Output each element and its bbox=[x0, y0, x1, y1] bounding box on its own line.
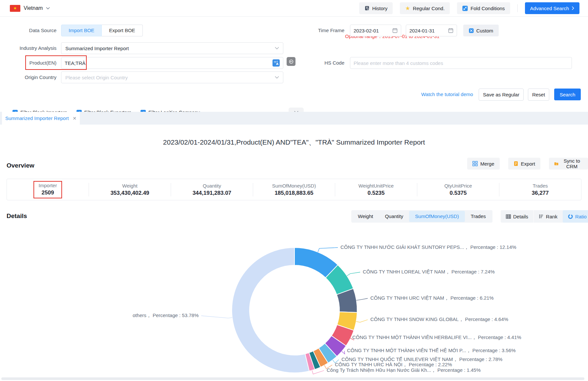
industry-analysis-label: Industry Analysis bbox=[4, 42, 56, 54]
top-bar: ★ Vietnam History ★ Regular Cond. Fold C… bbox=[0, 0, 588, 17]
result-tab-strip: Summarized Importer Report ✕ bbox=[0, 112, 588, 125]
start-date-input[interactable] bbox=[350, 25, 401, 36]
export-icon bbox=[513, 161, 518, 166]
export-button[interactable]: Export bbox=[508, 158, 540, 170]
chevron-down-icon bbox=[275, 76, 279, 79]
origin-country-placeholder: Please select Origin Country bbox=[65, 75, 128, 80]
product-en-value[interactable] bbox=[65, 60, 272, 66]
search-button[interactable]: Search bbox=[554, 89, 581, 100]
vietnam-flag-icon: ★ bbox=[10, 5, 20, 12]
chevron-down-icon bbox=[46, 7, 50, 10]
regular-cond-label: Regular Cond. bbox=[413, 6, 445, 11]
chart-label: CÔNG TY TNHH URC VIỆT NAM， Percentage : … bbox=[370, 295, 494, 301]
star-icon: ★ bbox=[405, 6, 410, 11]
hs-code-label: HS Code bbox=[292, 57, 344, 69]
fold-icon bbox=[462, 6, 468, 11]
merge-button[interactable]: Merge bbox=[467, 158, 500, 170]
hs-code-input[interactable] bbox=[350, 57, 572, 69]
ratio-donut-chart: CÔNG TY TNHH NƯỚC GIẢI KHÁT SUNTORY PEPS… bbox=[0, 216, 588, 381]
data-source-label: Data Source bbox=[4, 25, 56, 36]
stat-value: 0.5235 bbox=[335, 190, 417, 196]
fold-conditions-button[interactable]: Fold Conditions bbox=[457, 2, 510, 14]
search-form: Optional range：2013-07-01 to 2024-01-31 … bbox=[0, 17, 588, 112]
translate-icon[interactable]: 中A bbox=[272, 59, 280, 67]
label-connector-line bbox=[357, 298, 368, 300]
time-frame-label: Time Frame bbox=[292, 25, 344, 36]
chart-label: others， Percentage : 53.78% bbox=[133, 312, 199, 319]
save-as-regular-button[interactable]: Save as Regular bbox=[479, 89, 524, 101]
data-source-segmented: Import BOE Export BOE bbox=[61, 25, 143, 36]
header-divider bbox=[517, 4, 518, 12]
label-connector-line bbox=[347, 272, 360, 276]
import-boe-tab[interactable]: Import BOE bbox=[61, 25, 102, 36]
hs-code-value[interactable] bbox=[354, 60, 568, 66]
overview-stats-card: Importer 2509 Weight 353,430,402.49 Quan… bbox=[7, 179, 581, 200]
stat-label: Trades bbox=[499, 183, 581, 189]
end-date-value[interactable] bbox=[409, 28, 446, 33]
stat-label: Quantity bbox=[171, 183, 253, 189]
chart-label: CÔNG TY TNHH LOREAL VIỆT NAM， Percentage… bbox=[363, 269, 495, 275]
stat-weight-unit-price: WeightUnitPrice 0.5235 bbox=[335, 183, 417, 196]
start-date-value[interactable] bbox=[354, 28, 390, 33]
stat-value: 185,018,883.65 bbox=[253, 190, 335, 196]
regular-cond-button[interactable]: ★ Regular Cond. bbox=[400, 2, 450, 14]
history-label: History bbox=[372, 6, 388, 11]
tutorial-link[interactable]: Watch the tutorial demo bbox=[421, 89, 473, 100]
chevron-right-icon bbox=[572, 6, 574, 10]
stat-value: 0.5375 bbox=[417, 190, 499, 196]
stat-value: 353,430,402.49 bbox=[89, 190, 171, 196]
donut-slice[interactable] bbox=[232, 248, 309, 373]
industry-analysis-select[interactable]: Summarized Importer Report bbox=[61, 42, 283, 54]
label-connector-line bbox=[356, 320, 368, 322]
sync-to-crm-label: Sync to CRM bbox=[561, 158, 583, 169]
label-connector-line bbox=[318, 248, 338, 252]
country-selector[interactable]: ★ Vietnam bbox=[10, 5, 50, 12]
tab-title: Summarized Importer Report bbox=[5, 115, 69, 121]
tab-close-icon[interactable]: ✕ bbox=[73, 116, 76, 121]
stat-value: 2509 bbox=[39, 190, 57, 196]
stat-label: SumOfMoney(USD) bbox=[253, 183, 335, 189]
chart-label: CÔNG TY TNHH SNOW KING GLOBAL， Percentag… bbox=[370, 316, 508, 323]
product-en-input[interactable]: 中A bbox=[61, 57, 283, 69]
product-en-label: Product(EN) bbox=[4, 57, 56, 69]
stat-trades: Trades 36,277 bbox=[499, 183, 581, 196]
advanced-search-button[interactable]: Advanced Search bbox=[525, 2, 579, 14]
stat-weight: Weight 353,430,402.49 bbox=[89, 183, 171, 196]
calendar-icon bbox=[448, 28, 453, 33]
tab-summarized-importer-report[interactable]: Summarized Importer Report ✕ bbox=[2, 112, 80, 125]
custom-icon bbox=[469, 28, 474, 33]
stat-value: 344,191,283.07 bbox=[171, 190, 253, 196]
custom-range-button[interactable]: Custom bbox=[463, 25, 499, 36]
merge-label: Merge bbox=[480, 161, 494, 167]
chart-label: CÔNG TY TNHH NƯỚC GIẢI KHÁT SUNTORY PEPS… bbox=[340, 244, 516, 251]
horizontal-scrollbar[interactable] bbox=[1, 377, 584, 380]
country-name: Vietnam bbox=[24, 5, 43, 11]
reset-button[interactable]: Reset bbox=[528, 89, 549, 101]
industry-analysis-value: Summarized Importer Report bbox=[65, 46, 129, 51]
stat-value: 36,277 bbox=[499, 190, 581, 196]
export-boe-tab[interactable]: Export BOE bbox=[102, 25, 142, 36]
chevron-down-icon bbox=[275, 47, 279, 50]
label-connector-line bbox=[312, 370, 324, 374]
custom-label: Custom bbox=[476, 28, 493, 33]
end-date-input[interactable] bbox=[406, 25, 457, 36]
overview-heading: Overview bbox=[7, 162, 34, 169]
importer-highlight-box: Importer 2509 bbox=[33, 181, 62, 198]
stat-quantity: Quantity 344,191,283.07 bbox=[171, 183, 253, 196]
origin-country-select[interactable]: Please select Origin Country bbox=[61, 71, 283, 83]
history-icon bbox=[364, 6, 370, 11]
report-title: 2023/02/01-2024/01/31,Product(EN) AND"TE… bbox=[0, 138, 588, 147]
chart-label: Công Ty Trách Nhiệm Hữu Hạn Nước Giải Kh… bbox=[327, 367, 481, 373]
sync-crm-icon bbox=[554, 161, 558, 166]
stat-label: Importer bbox=[39, 183, 57, 188]
label-connector-line bbox=[201, 316, 232, 318]
stat-importer: Importer 2509 bbox=[7, 181, 89, 198]
origin-country-label: Origin Country bbox=[4, 71, 56, 83]
stat-sum-of-money: SumOfMoney(USD) 185,018,883.65 bbox=[253, 183, 335, 196]
merge-icon bbox=[472, 161, 478, 166]
history-button[interactable]: History bbox=[359, 2, 393, 14]
chart-label: CÔNG TY TNHH MỘT THÀNH VIÊN HERBALIFE VI… bbox=[352, 334, 521, 341]
fold-conditions-label: Fold Conditions bbox=[470, 6, 505, 11]
chart-label: CÔNG TY TNHH MỘT THÀNH VIÊN THẾ HỆ MỚI P… bbox=[347, 348, 516, 354]
sync-to-crm-button[interactable]: Sync to CRM bbox=[549, 158, 588, 170]
